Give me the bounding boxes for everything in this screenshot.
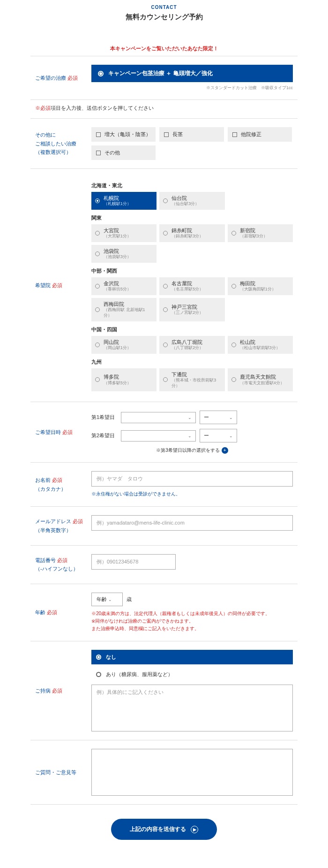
clinic-label: 希望院 必須 xyxy=(30,169,91,402)
clinic-option[interactable]: 金沢院（香林坊5分） xyxy=(91,277,157,295)
radio-icon xyxy=(163,343,168,347)
other-options: 増大（亀頭・陰茎）長茎他院修正その他 xyxy=(91,127,293,160)
region-label: 中部・関西 xyxy=(91,267,293,274)
radio-icon xyxy=(96,672,101,677)
date2-label: 第2希望日 xyxy=(91,432,117,439)
clinic-option[interactable]: 名古屋院（名古屋駅5分） xyxy=(159,277,224,295)
checkbox-icon xyxy=(96,151,101,155)
submit-button[interactable]: 上記の内容を送信する ▶ xyxy=(111,819,217,840)
arrow-right-icon: ▶ xyxy=(191,826,198,833)
treatment-label: ご希望の治療 必須 xyxy=(30,56,91,100)
clinic-option[interactable]: 池袋院（池袋駅3分） xyxy=(91,245,157,263)
time1-select[interactable]: ー⌄ xyxy=(200,411,237,424)
clinic-option[interactable]: 梅田院（大阪梅田駅1分） xyxy=(228,277,293,295)
radio-icon xyxy=(95,377,100,382)
clinic-option[interactable]: 広島八丁堀院（八丁堀駅2分） xyxy=(159,336,224,354)
chevron-down-icon: ⌄ xyxy=(108,597,112,602)
clinic-option[interactable]: 札幌院（札幌駅1分） xyxy=(91,192,157,210)
other-label: その他に ご相談したい治療 （複数選択可） xyxy=(30,119,91,169)
radio-icon xyxy=(231,284,236,289)
clinic-option[interactable]: 仙台院（仙台駅3分） xyxy=(159,192,224,210)
clinic-option[interactable]: 神戸三宮院（三ノ宮駅2分） xyxy=(159,298,224,321)
radio-icon xyxy=(163,284,168,289)
date1-label: 第1希望日 xyxy=(91,414,117,421)
radio-icon xyxy=(95,343,100,347)
condition-none[interactable]: なし xyxy=(91,650,293,664)
page-title: 無料カウンセリング予約 xyxy=(30,13,298,22)
clinic-option[interactable]: 鹿児島天文館院（市電天文館通駅4分） xyxy=(228,368,293,392)
phone-input[interactable]: 例）09012345678 xyxy=(91,554,176,570)
radio-icon xyxy=(231,343,236,347)
radio-icon xyxy=(231,377,236,382)
radio-icon xyxy=(95,231,100,236)
comments-label: ご質問・ご意見等 xyxy=(30,740,91,805)
radio-icon xyxy=(95,284,100,289)
clinic-option[interactable]: 西梅田院（西梅田駅 北新地駅1分） xyxy=(91,298,157,321)
other-option[interactable]: 増大（亀頭・陰茎） xyxy=(91,127,156,142)
radio-icon xyxy=(98,71,104,76)
checkbox-icon xyxy=(232,132,237,137)
radio-icon xyxy=(95,307,100,312)
clinic-option[interactable]: 大宮院（大宮駅1分） xyxy=(91,224,157,242)
age-select[interactable]: 年齢 ⌄ xyxy=(91,593,123,606)
plus-icon: + xyxy=(222,447,228,454)
comments-textarea[interactable] xyxy=(91,749,293,796)
campaign-note: 本キャンペーンをご覧いただいたあなた限定！ xyxy=(30,45,298,52)
clinics-cell: 北海道・東北札幌院（札幌駅1分）仙台院（仙台駅3分）関東大宮院（大宮駅1分）錦糸… xyxy=(91,169,298,402)
chevron-down-icon: ⌄ xyxy=(188,434,192,438)
age-label: 年齢 必須 xyxy=(30,584,91,641)
form-top: ご希望の治療 必須 キャンペーン包茎治療 ＋ 亀頭増大／強化 ※スタンダードカッ… xyxy=(30,56,298,100)
treatment-footnote: ※スタンダードカット治療 ※吸収タイプ1cc xyxy=(91,85,293,91)
clinic-option[interactable]: 岡山院（岡山駅1分） xyxy=(91,336,157,354)
clinic-option[interactable]: 博多院（博多駅5分） xyxy=(91,368,157,392)
condition-label: ご持病 必須 xyxy=(30,641,91,740)
add-date-note[interactable]: ※第3希望日以降の選択をする+ xyxy=(91,447,293,454)
checkbox-icon xyxy=(96,132,101,137)
clinic-option[interactable]: 松山院（松山市駅前駅3分） xyxy=(228,336,293,354)
chevron-down-icon: ⌄ xyxy=(229,415,233,420)
radio-icon xyxy=(95,198,100,203)
phone-label: 電話番号 必須（-ハイフンなし） xyxy=(30,545,91,584)
radio-icon xyxy=(95,251,100,256)
form-main: その他に ご相談したい治療 （複数選択可） 増大（亀頭・陰茎）長茎他院修正その他… xyxy=(30,118,298,805)
other-option[interactable]: その他 xyxy=(91,145,156,160)
radio-icon xyxy=(96,655,101,660)
chevron-down-icon: ⌄ xyxy=(229,434,233,438)
treatment-selected[interactable]: キャンペーン包茎治療 ＋ 亀頭増大／強化 xyxy=(91,65,293,82)
datetime-label: ご希望日時 必須 xyxy=(30,402,91,463)
region-label: 中国・四国 xyxy=(91,326,293,333)
age-unit: 歳 xyxy=(127,596,132,603)
condition-textarea[interactable]: 例）具体的にご記入ください xyxy=(91,685,293,731)
date2-select[interactable]: ⌄ xyxy=(121,430,196,442)
radio-icon xyxy=(163,198,168,203)
clinic-option[interactable]: 下通院（熊本城・市役所前駅3分） xyxy=(159,368,224,392)
chevron-down-icon: ⌄ xyxy=(188,415,192,420)
radio-icon xyxy=(163,307,168,312)
radio-icon xyxy=(163,231,168,236)
name-label: お名前 必須（カタカナ） xyxy=(30,463,91,507)
name-input[interactable]: 例）ヤマダ タロウ xyxy=(91,471,293,487)
checkbox-icon xyxy=(164,132,169,137)
region-label: 北海道・東北 xyxy=(91,182,293,189)
other-option[interactable]: 他院修正 xyxy=(228,127,292,142)
clinic-option[interactable]: 錦糸町院（錦糸町駅3分） xyxy=(159,224,224,242)
condition-yes[interactable]: あり（糖尿病、服用薬など） xyxy=(91,667,293,682)
time2-select[interactable]: ー⌄ xyxy=(200,429,237,442)
date1-select[interactable]: ⌄ xyxy=(121,412,196,423)
contact-label: CONTACT xyxy=(30,5,298,10)
clinic-option[interactable]: 新宿院（新宿駅3分） xyxy=(228,224,293,242)
email-label: メールアドレス 必須（半角英数字） xyxy=(30,507,91,545)
radio-icon xyxy=(231,231,236,236)
age-help: ※20歳未満の方は、法定代理人（親権者もしくは未成年後見人）の同伴が必要です。 … xyxy=(91,610,293,632)
required-note: ※必須項目を入力後、送信ボタンを押してください xyxy=(35,105,298,112)
other-option[interactable]: 長茎 xyxy=(159,127,224,142)
name-help: ※永住権がない場合は受診ができません。 xyxy=(91,490,293,498)
region-label: 九州 xyxy=(91,358,293,365)
radio-icon xyxy=(163,377,168,382)
email-input[interactable]: 例）yamadataro@mens-life-clinic.com xyxy=(91,515,293,531)
region-label: 関東 xyxy=(91,214,293,221)
